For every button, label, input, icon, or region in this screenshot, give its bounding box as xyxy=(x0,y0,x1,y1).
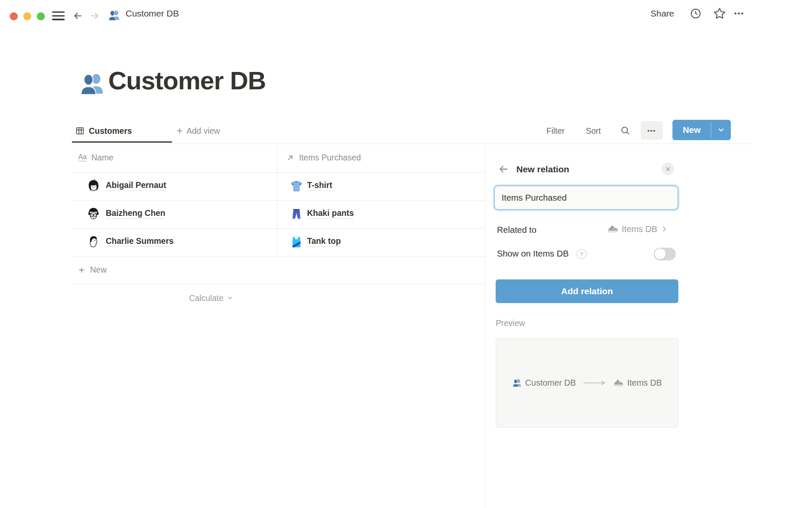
relation-link[interactable]: Tank top xyxy=(307,236,341,247)
column-header-items-purchased[interactable]: Items Purchased xyxy=(299,153,361,163)
sneaker-icon xyxy=(607,223,619,235)
jeans-icon xyxy=(290,208,303,221)
text-type-icon: Aa xyxy=(78,153,87,161)
table-row[interactable]: Abigail Pernaut T-shirt xyxy=(72,172,485,201)
relation-link[interactable]: Khaki pants xyxy=(307,208,354,219)
add-view-button[interactable]: + Add view xyxy=(177,121,220,141)
filter-button[interactable]: Filter xyxy=(546,121,565,141)
close-button[interactable] xyxy=(661,163,674,175)
plus-icon: + xyxy=(79,264,85,276)
chevron-right-icon xyxy=(660,225,669,233)
view-options-icon[interactable]: ••• xyxy=(641,121,663,140)
preview-card: Customer DB Items DB xyxy=(496,338,678,428)
row-name-link[interactable]: Baizheng Chen xyxy=(106,208,165,219)
row-name-link[interactable]: Charlie Summers xyxy=(106,236,173,247)
back-arrow-icon[interactable] xyxy=(498,164,509,174)
tank-top-icon xyxy=(290,236,303,248)
star-icon[interactable] xyxy=(713,7,726,20)
new-button[interactable]: New xyxy=(672,120,731,140)
app-window: Customer DB Share ••• Customer DB Custom… xyxy=(0,0,812,508)
row-name-link[interactable]: Abigail Pernaut xyxy=(106,180,166,191)
close-icon xyxy=(665,166,671,172)
show-on-label: Show on Items DB xyxy=(497,248,569,259)
more-options-icon[interactable]: ••• xyxy=(734,0,744,27)
share-button[interactable]: Share xyxy=(650,0,674,27)
chevron-down-icon xyxy=(227,295,233,301)
panel-title: New relation xyxy=(516,159,569,180)
toolbar-divider xyxy=(72,144,753,144)
traffic-light-minimize[interactable] xyxy=(23,12,31,20)
people-icon xyxy=(512,378,522,388)
traffic-light-zoom[interactable] xyxy=(37,12,45,20)
tshirt-icon xyxy=(290,180,303,193)
active-tab-underline xyxy=(72,141,172,143)
sort-button[interactable]: Sort xyxy=(586,121,601,141)
add-relation-button[interactable]: Add relation xyxy=(496,279,678,303)
table-header: Aa Name Items Purchased xyxy=(72,144,485,173)
calculate-button[interactable]: Calculate xyxy=(189,284,233,312)
column-header-name[interactable]: Name xyxy=(91,153,113,163)
search-icon[interactable] xyxy=(620,125,631,136)
baizheng-avatar xyxy=(86,207,101,221)
charlie-avatar xyxy=(86,235,101,249)
tab-label: Customers xyxy=(89,126,132,136)
arrow-up-right-icon xyxy=(285,153,295,163)
table-row[interactable]: Charlie Summers Tank top xyxy=(72,228,485,257)
help-icon[interactable]: ? xyxy=(576,249,587,259)
chevron-down-icon xyxy=(717,126,725,134)
table-icon xyxy=(75,126,85,135)
toggle-knob xyxy=(655,248,666,260)
relation-link[interactable]: T-shirt xyxy=(307,180,332,191)
traffic-light-close[interactable] xyxy=(10,12,18,20)
abigail-avatar xyxy=(86,179,101,193)
relation-name-input[interactable] xyxy=(494,185,678,210)
clock-icon[interactable] xyxy=(690,8,702,19)
show-on-toggle[interactable] xyxy=(654,248,676,260)
new-row-button[interactable]: + New xyxy=(72,256,485,284)
preview-label: Preview xyxy=(496,318,525,328)
people-icon xyxy=(108,9,121,22)
breadcrumb[interactable]: Customer DB xyxy=(126,0,179,27)
page-title: Customer DB xyxy=(108,64,266,97)
back-arrow-icon[interactable] xyxy=(72,11,83,21)
plus-icon: + xyxy=(177,126,183,136)
panel-divider xyxy=(485,144,486,508)
preview-target: Items DB xyxy=(613,378,662,388)
preview-source: Customer DB xyxy=(512,378,576,388)
sneaker-icon xyxy=(613,378,624,388)
related-to-label: Related to xyxy=(497,225,536,235)
sidebar-menu-icon[interactable] xyxy=(52,11,65,21)
new-dropdown-button[interactable] xyxy=(711,120,731,140)
table-row[interactable]: Baizheng Chen Khaki pants xyxy=(72,200,485,229)
tab-customers[interactable]: Customers xyxy=(72,121,132,141)
long-arrow-right-icon xyxy=(583,380,606,386)
related-to-selector[interactable]: Items DB xyxy=(607,223,669,235)
forward-arrow-icon[interactable] xyxy=(89,11,100,21)
people-icon xyxy=(79,71,105,97)
